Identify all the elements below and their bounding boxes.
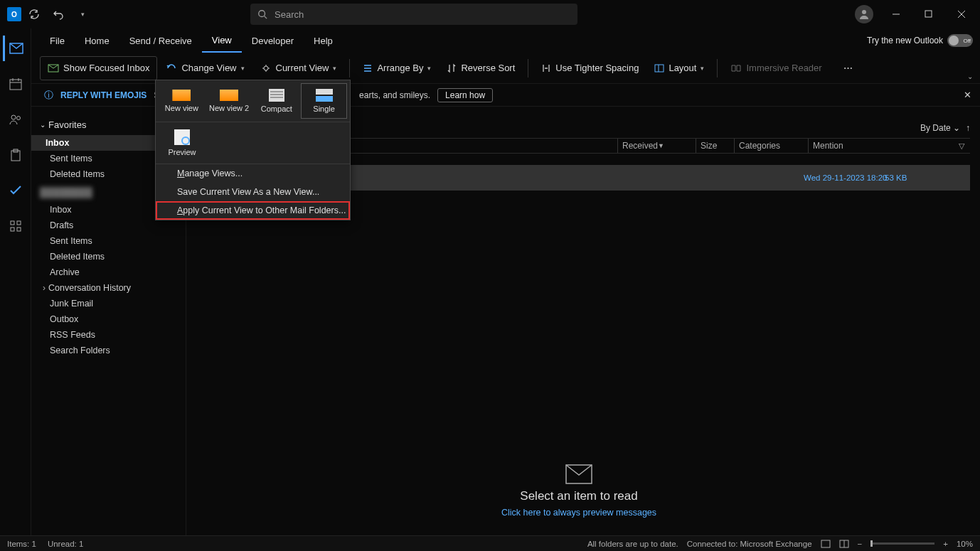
folder-conversation-history[interactable]: Conversation History bbox=[31, 280, 186, 296]
try-outlook-label: Try the new Outlook bbox=[867, 36, 943, 46]
svg-rect-16 bbox=[269, 89, 284, 102]
undo-icon[interactable] bbox=[47, 3, 70, 26]
current-view-button[interactable]: Current View▾ bbox=[253, 56, 344, 80]
change-view-dropdown: New view New view 2 Compact Single Previ… bbox=[155, 80, 351, 220]
folder-junk[interactable]: Junk Email bbox=[31, 296, 186, 311]
info-bar: ⓘ REPLY WITH EMOJIS Say w earts, and smi… bbox=[0, 84, 980, 107]
spacing-icon bbox=[541, 63, 551, 73]
zoom-out[interactable]: − bbox=[858, 540, 863, 548]
show-focused-inbox-button[interactable]: Show Focused Inbox bbox=[40, 56, 157, 80]
folder-search-folders[interactable]: Search Folders bbox=[31, 343, 186, 358]
arrange-by-button[interactable]: Arrange By▾ bbox=[356, 56, 438, 80]
reading-pane: Select an item to read Click here to alw… bbox=[188, 448, 970, 533]
tab-home[interactable]: Home bbox=[75, 30, 119, 52]
msg-size: 53 KB bbox=[885, 173, 907, 182]
change-view-button[interactable]: Change View▾ bbox=[159, 56, 251, 80]
tab-view[interactable]: View bbox=[202, 29, 242, 53]
tab-developer[interactable]: Developer bbox=[242, 30, 304, 52]
save-view-item[interactable]: Save Current View As a New View... bbox=[156, 183, 350, 201]
immersive-reader-button: Immersive Reader bbox=[723, 56, 829, 80]
view-normal-icon[interactable] bbox=[821, 540, 831, 548]
qat-customize-icon[interactable]: ▾ bbox=[71, 3, 94, 26]
tab-help[interactable]: Help bbox=[304, 30, 343, 52]
svg-rect-18 bbox=[316, 96, 333, 102]
manage-views-item[interactable]: Manage Views... bbox=[156, 164, 350, 183]
compact-icon bbox=[269, 89, 284, 102]
reading-pane-title: Select an item to read bbox=[520, 489, 637, 503]
folder-archive[interactable]: Archive bbox=[31, 264, 186, 280]
svg-rect-5 bbox=[655, 65, 664, 72]
zoom-in[interactable]: + bbox=[943, 540, 948, 548]
user-avatar-icon[interactable] bbox=[855, 5, 873, 23]
status-connected: Connected to: Microsoft Exchange bbox=[687, 540, 812, 548]
svg-point-4 bbox=[264, 66, 268, 70]
view-reading-icon[interactable] bbox=[839, 540, 849, 548]
col-categories[interactable]: Categories bbox=[734, 139, 808, 153]
layout-button[interactable]: Layout▾ bbox=[647, 56, 711, 80]
view-new-view[interactable]: New view bbox=[159, 83, 205, 119]
envelope-icon bbox=[565, 464, 593, 485]
info-close-button[interactable]: ✕ bbox=[964, 90, 971, 100]
separator bbox=[349, 59, 350, 77]
apply-view-item[interactable]: Apply Current View to Other Mail Folders… bbox=[156, 201, 350, 220]
view-new-view-2[interactable]: New view 2 bbox=[206, 83, 252, 119]
col-mention[interactable]: Mention▽ bbox=[808, 139, 970, 153]
view-single[interactable]: Single bbox=[301, 83, 347, 119]
svg-rect-2 bbox=[925, 11, 932, 17]
svg-point-9 bbox=[16, 117, 20, 120]
sort-by-date[interactable]: By Date ⌄ bbox=[920, 123, 960, 133]
view-preview[interactable]: Preview bbox=[159, 125, 206, 161]
mail-rail-icon[interactable] bbox=[3, 36, 28, 61]
zoom-percent: 10% bbox=[957, 540, 973, 548]
tab-send-receive[interactable]: Send / Receive bbox=[119, 30, 202, 52]
search-placeholder: Search bbox=[275, 9, 304, 20]
tighter-spacing-button[interactable]: Use Tighter Spacing bbox=[534, 56, 646, 80]
status-unread: Unread: 1 bbox=[48, 540, 84, 548]
calendar-rail-icon[interactable] bbox=[3, 71, 28, 97]
svg-rect-13 bbox=[17, 221, 21, 225]
ribbon-expand-icon[interactable]: ⌄ bbox=[967, 73, 973, 80]
svg-point-8 bbox=[11, 115, 16, 119]
filter-icon[interactable]: ▽ bbox=[959, 141, 970, 151]
zoom-slider[interactable] bbox=[870, 542, 934, 545]
folder-deleted[interactable]: Deleted Items bbox=[31, 249, 186, 264]
status-items: Items: 1 bbox=[7, 540, 36, 548]
learn-how-button[interactable]: Learn how bbox=[437, 88, 493, 102]
ribbon-more-button[interactable]: ⋯ bbox=[835, 63, 861, 73]
svg-point-1 bbox=[862, 10, 866, 14]
view-compact[interactable]: Compact bbox=[253, 83, 299, 119]
sort-direction-icon[interactable]: ↑ bbox=[966, 123, 970, 133]
maximize-button[interactable] bbox=[913, 3, 944, 26]
info-text-suffix: earts, and smileys. bbox=[359, 90, 430, 100]
search-input[interactable]: Search bbox=[250, 4, 577, 25]
tasks-rail-icon[interactable] bbox=[3, 142, 28, 168]
folder-rss[interactable]: RSS Feeds bbox=[31, 327, 186, 343]
minimize-button[interactable] bbox=[880, 3, 912, 26]
layout-icon bbox=[654, 63, 664, 73]
svg-point-0 bbox=[259, 11, 265, 17]
ribbon-toolbar: Show Focused Inbox Change View▾ Current … bbox=[0, 53, 980, 84]
tab-file[interactable]: File bbox=[40, 30, 75, 52]
change-view-icon bbox=[166, 63, 177, 73]
close-button[interactable] bbox=[946, 3, 977, 26]
todo-rail-icon[interactable] bbox=[3, 178, 28, 203]
sync-icon[interactable] bbox=[23, 3, 46, 26]
preview-icon bbox=[174, 129, 190, 145]
single-icon bbox=[316, 89, 333, 102]
people-rail-icon[interactable] bbox=[3, 107, 28, 132]
col-received[interactable]: Received ▼ bbox=[617, 139, 696, 153]
apps-rail-icon[interactable] bbox=[3, 213, 28, 239]
title-bar: O ▾ Search bbox=[0, 0, 980, 28]
try-outlook-toggle[interactable]: Off bbox=[947, 34, 973, 47]
ribbon-tabs: File Home Send / Receive View Developer … bbox=[0, 28, 980, 53]
col-size[interactable]: Size bbox=[696, 139, 734, 153]
status-uptodate: All folders are up to date. bbox=[587, 540, 678, 548]
reverse-sort-button[interactable]: Reverse Sort bbox=[440, 56, 522, 80]
reading-pane-link[interactable]: Click here to always preview messages bbox=[501, 508, 656, 518]
svg-rect-12 bbox=[11, 221, 14, 225]
folder-sent[interactable]: Sent Items bbox=[31, 233, 186, 249]
separator bbox=[717, 59, 718, 77]
folder-outbox[interactable]: Outbox bbox=[31, 311, 186, 327]
gear-icon bbox=[260, 63, 272, 73]
arrange-icon bbox=[363, 63, 373, 73]
